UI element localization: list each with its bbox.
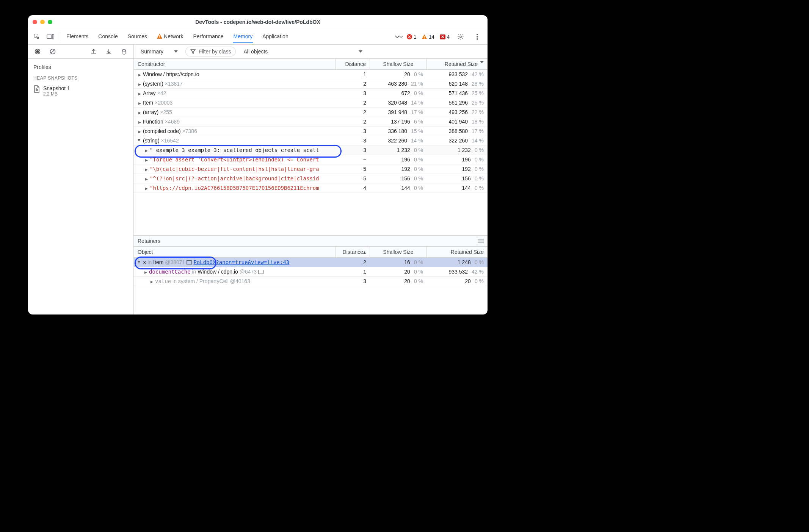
table-row[interactable]: ▸Window / https://cdpn.io1200 %933 53242… — [134, 70, 488, 79]
save-icon[interactable] — [103, 46, 114, 57]
retainers-bar[interactable]: Retainers — [134, 235, 488, 247]
table-row[interactable]: ▸Item ×200032320 04814 %561 29625 % — [134, 98, 488, 108]
disclosure-icon[interactable]: ▸ — [138, 72, 141, 78]
content: Summary Filter by class All objects Cons… — [134, 45, 488, 315]
r-col-object[interactable]: Object — [134, 247, 336, 257]
svg-point-13 — [36, 50, 39, 53]
col-distance[interactable]: Distance — [336, 59, 370, 69]
svg-point-11 — [477, 38, 478, 40]
table-row[interactable]: ▸(array) ×2552391 94817 %493 25622 % — [134, 108, 488, 117]
device-icon[interactable] — [45, 31, 56, 42]
svg-rect-1 — [47, 35, 52, 38]
profiles-label: Profiles — [33, 64, 128, 70]
tab-performance[interactable]: Performance — [192, 30, 224, 43]
retainers-table: ▸x in Item @38071 PoLdbOX?anon=true&view… — [134, 258, 488, 315]
svg-rect-3 — [159, 35, 160, 37]
record-icon[interactable] — [32, 46, 43, 57]
info-badge[interactable]: ✕4 — [440, 34, 450, 40]
menu-icon[interactable] — [478, 239, 484, 243]
main-area: Profiles HEAP SNAPSHOTS Snapshot 1 2.2 M… — [28, 45, 488, 315]
disclosure-icon[interactable]: ▸ — [138, 91, 141, 97]
constructor-name: (array) — [143, 109, 158, 115]
r-col-shallow[interactable]: Shallow Size — [370, 247, 427, 257]
col-constructor[interactable]: Constructor — [134, 59, 336, 69]
titlebar: DevTools - codepen.io/web-dot-dev/live/P… — [28, 15, 488, 29]
constructor-table: ▸Window / https://cdpn.io1200 %933 53242… — [134, 70, 488, 235]
svg-rect-19 — [187, 260, 192, 264]
retainer-row[interactable]: ▸x in Item @38071 PoLdbOX?anon=true&view… — [134, 258, 488, 267]
disclosure-icon[interactable]: ▸ — [136, 139, 143, 142]
disclosure-icon[interactable]: ▸ — [136, 260, 143, 264]
disclosure-icon[interactable]: ▸ — [138, 100, 141, 106]
tab-network[interactable]: Network — [156, 30, 184, 43]
more-tabs-icon[interactable] — [393, 31, 404, 42]
view-select[interactable]: Summary — [137, 47, 182, 56]
element-icon — [258, 270, 263, 274]
disclosure-icon[interactable]: ▸ — [144, 147, 148, 153]
inspect-icon[interactable] — [31, 31, 42, 42]
table-row[interactable]: ▸"^(?!on|src|(?:action|archive|backgroun… — [134, 174, 488, 183]
disclosure-icon[interactable]: ▸ — [144, 157, 148, 163]
disclosure-icon[interactable]: ▸ — [144, 176, 148, 182]
load-icon[interactable] — [88, 46, 99, 57]
constructor-name: Array — [143, 90, 155, 96]
snapshot-item[interactable]: Snapshot 1 2.2 MB — [33, 84, 128, 98]
constructor-name: "\b(calc|cubic-bezier|fit-content|hsl|hs… — [150, 166, 319, 172]
disclosure-icon[interactable]: ▸ — [144, 166, 148, 172]
view-toolbar: Summary Filter by class All objects — [134, 45, 488, 59]
constructor-name: "Torque assert 'Convert<uintptr>(endInde… — [150, 156, 319, 163]
disclosure-icon[interactable]: ▸ — [138, 110, 141, 116]
tab-application[interactable]: Application — [262, 30, 289, 43]
table-row[interactable]: ▸" example 3 example 3: scattered object… — [134, 146, 488, 155]
table-row[interactable]: ▸(system) ×138172463 28021 %620 14828 % — [134, 79, 488, 89]
table-row[interactable]: ▸Array ×4236720 %571 43625 % — [134, 89, 488, 98]
kebab-icon[interactable] — [472, 31, 483, 42]
snapshot-name: Snapshot 1 — [43, 85, 70, 91]
svg-rect-2 — [52, 34, 54, 39]
col-shallow[interactable]: Shallow Size — [370, 59, 427, 69]
source-link[interactable]: PoLdbOX?anon=true&view=live:43 — [193, 259, 289, 265]
scope-select[interactable]: All objects — [240, 47, 366, 56]
retainer-row[interactable]: ▸value in system / PropertyCell @4016332… — [134, 277, 488, 286]
divider — [60, 33, 60, 41]
tab-sources[interactable]: Sources — [127, 30, 148, 43]
tab-console[interactable]: Console — [97, 30, 118, 43]
constructor-name: (compiled code) — [143, 128, 181, 134]
filter-input[interactable]: Filter by class — [185, 47, 236, 56]
disclosure-icon[interactable]: ▸ — [150, 279, 154, 285]
file-icon — [33, 85, 40, 93]
col-retained[interactable]: Retained Size — [427, 59, 488, 69]
r-col-distance[interactable]: Distance▴ — [336, 247, 370, 257]
section-heap: HEAP SNAPSHOTS — [33, 75, 128, 81]
tab-elements[interactable]: Elements — [66, 30, 89, 43]
disclosure-icon[interactable]: ▸ — [144, 269, 147, 275]
errors-badge[interactable]: 1 — [407, 34, 416, 40]
retainer-row[interactable]: ▸documentCache in Window / cdpn.io @6473… — [134, 267, 488, 277]
svg-rect-7 — [424, 38, 425, 39]
tab-memory[interactable]: Memory — [233, 30, 254, 43]
warnings-badge[interactable]: 14 — [422, 34, 434, 40]
r-col-retained[interactable]: Retained Size — [427, 247, 488, 257]
table-row[interactable]: ▸Function ×46892137 1966 %401 94018 % — [134, 117, 488, 127]
disclosure-icon[interactable]: ▸ — [138, 128, 141, 135]
window-title: DevTools - codepen.io/web-dot-dev/live/P… — [28, 19, 488, 25]
svg-point-10 — [477, 36, 478, 38]
clear-icon[interactable] — [47, 46, 58, 57]
svg-rect-20 — [259, 270, 263, 274]
disclosure-icon[interactable]: ▸ — [138, 81, 141, 87]
disclosure-icon[interactable]: ▸ — [138, 119, 141, 125]
table-row[interactable]: ▸(string) ×165423322 26014 %322 26014 % — [134, 136, 488, 146]
profiles-sidebar: Profiles HEAP SNAPSHOTS Snapshot 1 2.2 M… — [28, 45, 134, 315]
status-right: 1 14 ✕4 — [407, 31, 483, 42]
svg-rect-6 — [424, 36, 425, 38]
gc-icon[interactable] — [118, 46, 130, 57]
table-row[interactable]: ▸"Torque assert 'Convert<uintptr>(endInd… — [134, 155, 488, 164]
table-row[interactable]: ▸"https://cdpn.io2AC766158D5B7507E170156… — [134, 183, 488, 193]
table-header: Constructor Distance Shallow Size Retain… — [134, 59, 488, 70]
disclosure-icon[interactable]: ▸ — [144, 185, 148, 191]
table-row[interactable]: ▸"\b(calc|cubic-bezier|fit-content|hsl|h… — [134, 164, 488, 174]
table-row[interactable]: ▸(compiled code) ×73863336 18015 %388 58… — [134, 127, 488, 136]
svg-rect-4 — [159, 37, 160, 38]
snapshot-size: 2.2 MB — [43, 91, 70, 97]
gear-icon[interactable] — [455, 31, 466, 42]
